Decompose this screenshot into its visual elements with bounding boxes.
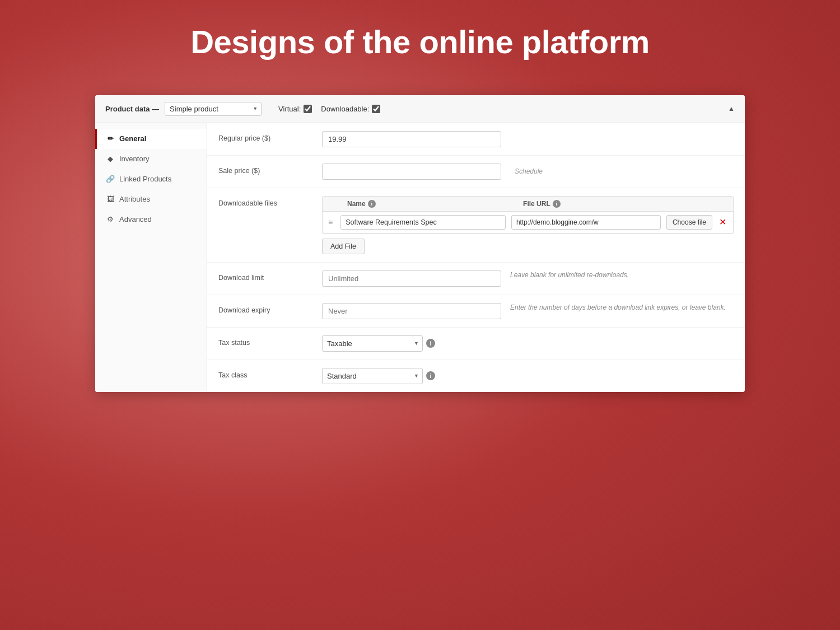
- sale-price-control: Schedule: [322, 164, 734, 180]
- sidebar-item-inventory-label: Inventory: [119, 155, 149, 163]
- sidebar-item-linked-products[interactable]: 🔗 Linked Products: [95, 169, 207, 189]
- linked-products-icon: 🔗: [106, 175, 115, 184]
- collapse-arrow[interactable]: ▲: [728, 105, 735, 113]
- header-checkboxes: Virtual: Downloadable:: [278, 105, 380, 113]
- sidebar-item-linked-products-label: Linked Products: [119, 175, 171, 183]
- advanced-icon: ⚙: [106, 215, 115, 224]
- sidebar-item-attributes-label: Attributes: [119, 195, 150, 203]
- sale-price-label: Sale price ($): [218, 164, 311, 175]
- file-url-input[interactable]: [511, 215, 661, 230]
- downloadable-files-control: Name i File URL i ≡: [322, 196, 734, 254]
- sale-price-input[interactable]: [322, 164, 501, 180]
- download-limit-label: Download limit: [218, 270, 311, 282]
- main-content: Regular price ($) Sale price ($) Schedul…: [207, 123, 745, 392]
- download-limit-row: Download limit Leave blank for unlimited…: [207, 263, 745, 295]
- tax-class-select[interactable]: Standard Reduced rate Zero rate: [322, 368, 423, 384]
- files-table-header: Name i File URL i: [323, 197, 733, 212]
- tax-status-select[interactable]: Taxable Shipping only None: [322, 335, 423, 352]
- attributes-icon: 🖼: [106, 195, 115, 204]
- general-icon: ✏: [106, 134, 115, 143]
- sale-price-row: Sale price ($) Schedule: [207, 156, 745, 188]
- sidebar-item-inventory[interactable]: ◆ Inventory: [95, 149, 207, 169]
- product-type-select[interactable]: Simple product Variable product Grouped …: [165, 102, 262, 116]
- regular-price-input[interactable]: [322, 131, 501, 147]
- files-table: Name i File URL i ≡: [322, 196, 734, 234]
- tax-status-info-icon: i: [426, 339, 435, 348]
- regular-price-control: [322, 131, 734, 147]
- choose-file-button[interactable]: Choose file: [666, 215, 712, 230]
- downloadable-files-label: Downloadable files: [218, 196, 311, 207]
- download-expiry-input[interactable]: [322, 303, 501, 319]
- tax-status-wrapper[interactable]: Taxable Shipping only None: [322, 335, 423, 352]
- sidebar-item-advanced[interactable]: ⚙ Advanced: [95, 209, 207, 230]
- download-limit-control: Leave blank for unlimited re-downloads.: [322, 270, 734, 287]
- drag-handle-icon[interactable]: ≡: [328, 218, 335, 227]
- sidebar-item-general-label: General: [119, 134, 146, 143]
- product-data-label: Product data —: [105, 105, 159, 113]
- download-expiry-label: Download expiry: [218, 303, 311, 314]
- remove-file-button[interactable]: ✕: [718, 217, 727, 227]
- downloadable-checkbox-label[interactable]: Downloadable:: [321, 105, 380, 113]
- virtual-checkbox[interactable]: [304, 105, 312, 113]
- product-type-wrapper[interactable]: Simple product Variable product Grouped …: [165, 102, 262, 116]
- download-limit-input[interactable]: [322, 270, 501, 287]
- tax-class-info-icon: i: [426, 371, 435, 380]
- tax-class-wrapper[interactable]: Standard Reduced rate Zero rate: [322, 368, 423, 384]
- files-col-name-header: Name i: [347, 200, 517, 208]
- file-name-input[interactable]: [340, 215, 506, 230]
- sidebar-item-general[interactable]: ✏ General: [95, 129, 207, 149]
- download-expiry-control: Enter the number of days before a downlo…: [322, 303, 734, 319]
- tax-status-control: Taxable Shipping only None i: [322, 335, 734, 352]
- sidebar: ✏ General ◆ Inventory 🔗 Linked Products …: [95, 123, 207, 392]
- tax-class-row: Tax class Standard Reduced rate Zero rat…: [207, 360, 745, 392]
- product-panel: Product data — Simple product Variable p…: [95, 95, 745, 392]
- tax-status-label: Tax status: [218, 335, 311, 347]
- tax-status-row: Tax status Taxable Shipping only None i: [207, 328, 745, 360]
- downloadable-files-row: Downloadable files Name i File URL: [207, 188, 745, 263]
- regular-price-label: Regular price ($): [218, 131, 311, 142]
- downloadable-label: Downloadable:: [321, 105, 369, 113]
- page-title: Designs of the online platform: [190, 22, 650, 62]
- panel-header: Product data — Simple product Variable p…: [95, 95, 745, 123]
- file-row: ≡ Choose file ✕: [323, 212, 733, 234]
- download-expiry-row: Download expiry Enter the number of days…: [207, 295, 745, 328]
- downloadable-checkbox[interactable]: [372, 105, 380, 113]
- tax-class-control: Standard Reduced rate Zero rate i: [322, 368, 734, 384]
- name-info-icon: i: [368, 200, 376, 208]
- virtual-label: Virtual:: [278, 105, 301, 113]
- url-info-icon: i: [553, 200, 561, 208]
- add-file-button[interactable]: Add File: [322, 239, 365, 254]
- inventory-icon: ◆: [106, 155, 115, 164]
- files-col-url-header: File URL i: [523, 200, 727, 208]
- download-expiry-hint: Enter the number of days before a downlo…: [510, 303, 726, 312]
- schedule-link[interactable]: Schedule: [515, 167, 543, 175]
- regular-price-row: Regular price ($): [207, 123, 745, 156]
- tax-class-label: Tax class: [218, 368, 311, 379]
- panel-body: ✏ General ◆ Inventory 🔗 Linked Products …: [95, 123, 745, 392]
- sidebar-item-advanced-label: Advanced: [119, 215, 152, 223]
- virtual-checkbox-label[interactable]: Virtual:: [278, 105, 312, 113]
- download-limit-hint: Leave blank for unlimited re-downloads.: [510, 270, 629, 280]
- sidebar-item-attributes[interactable]: 🖼 Attributes: [95, 189, 207, 209]
